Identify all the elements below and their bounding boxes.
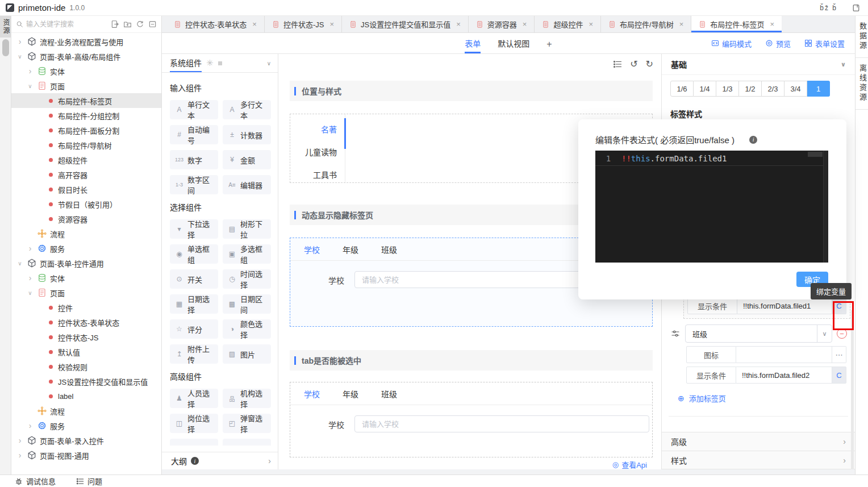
- more-button[interactable]: ⋯: [832, 346, 846, 363]
- manual-book-icon[interactable]: [852, 4, 860, 12]
- outline-footer[interactable]: 大纲 i ›: [162, 452, 278, 469]
- close-icon[interactable]: ×: [679, 20, 684, 28]
- doc-tab[interactable]: JS设置控件提交值和显示值×: [342, 16, 469, 32]
- palette-item[interactable]: ▣多选框组: [223, 244, 271, 264]
- palette-item[interactable]: ▦日期选择: [170, 294, 218, 314]
- tree-item[interactable]: 默认值: [11, 344, 161, 359]
- chevron-down-icon[interactable]: [26, 82, 34, 90]
- tab-class[interactable]: 班级: [381, 388, 397, 399]
- inspector-section-advanced[interactable]: 高级 ›: [662, 432, 855, 451]
- close-icon[interactable]: ×: [329, 20, 334, 28]
- chevron-right-icon[interactable]: [26, 273, 34, 282]
- doc-tab[interactable]: 超级控件×: [535, 16, 601, 32]
- inspector-section-basic[interactable]: 基础 ∨: [662, 54, 855, 75]
- chevron-right-icon[interactable]: [26, 421, 34, 430]
- tab-system-components[interactable]: 系统组件: [170, 54, 202, 72]
- doc-tab-active[interactable]: 布局控件-标签页×: [691, 16, 782, 32]
- tree-item[interactable]: 服务: [11, 418, 161, 433]
- drag-handle-icon[interactable]: [671, 329, 680, 338]
- tab-default-view[interactable]: 默认视图: [498, 33, 529, 53]
- palette-item[interactable]: A单行文本: [170, 100, 218, 119]
- chevron-right-icon[interactable]: [16, 451, 24, 460]
- palette-item[interactable]: ◑颜色选择: [223, 319, 271, 339]
- inspector-scrollbar[interactable]: [851, 310, 854, 474]
- close-icon[interactable]: ×: [252, 20, 257, 28]
- palette-item[interactable]: ⊙开关: [170, 269, 218, 289]
- collapse-all-icon[interactable]: [148, 20, 157, 28]
- doc-tab[interactable]: 布局控件/导航树×: [601, 16, 691, 32]
- palette-item[interactable]: ◉单选框组: [170, 244, 218, 264]
- chevron-right-icon[interactable]: [26, 66, 34, 76]
- add-view-button[interactable]: +: [546, 33, 552, 53]
- tree-item[interactable]: 校验规则: [11, 359, 161, 374]
- add-tab-page-link[interactable]: ⊕ 添加标签页: [678, 393, 855, 403]
- tree-item[interactable]: 页面-表单-控件通用: [11, 256, 161, 270]
- palette-item[interactable]: A多行文本: [223, 100, 271, 119]
- width-option[interactable]: 1/2: [739, 81, 762, 97]
- chevron-right-icon[interactable]: [16, 37, 24, 46]
- palette-item[interactable]: ♟人员选择: [170, 389, 218, 408]
- tree-item[interactable]: 页面: [11, 78, 161, 93]
- chevron-down-icon[interactable]: ∨: [267, 60, 271, 66]
- tree-item[interactable]: 实体: [11, 270, 161, 285]
- tree-item[interactable]: 超级控件: [11, 152, 161, 167]
- width-option[interactable]: 1/3: [716, 81, 739, 97]
- refresh-icon[interactable]: [136, 20, 144, 28]
- resource-rail-tab[interactable]: 资源: [0, 16, 11, 38]
- tree-item[interactable]: 流程: [11, 403, 161, 418]
- tree-item[interactable]: label: [11, 389, 161, 403]
- view-api-link[interactable]: ◎ 查看Api: [290, 458, 653, 469]
- width-option[interactable]: 1/4: [694, 81, 716, 97]
- code-mode-button[interactable]: 编码模式: [711, 38, 752, 49]
- vtab-reference-books[interactable]: 工具书: [290, 163, 345, 186]
- width-option-selected[interactable]: 1: [807, 81, 830, 97]
- palette-item[interactable]: 1-3数字区间: [170, 175, 218, 194]
- tree-item[interactable]: 页面-表单-录入控件: [11, 433, 161, 448]
- inspector-section-style[interactable]: 样式 ›: [662, 451, 855, 469]
- new-folder-icon[interactable]: [123, 20, 132, 28]
- tab-form[interactable]: 表单: [465, 33, 481, 53]
- palette-item[interactable]: 123数字: [170, 150, 218, 169]
- close-icon[interactable]: ×: [456, 20, 461, 28]
- tab-name-select[interactable]: 班级 ∨: [685, 324, 832, 343]
- school-input[interactable]: [354, 415, 649, 432]
- close-icon[interactable]: ×: [523, 20, 527, 28]
- rail-scroll-thumb[interactable]: [2, 39, 9, 56]
- width-option[interactable]: 2/3: [762, 81, 784, 97]
- problems-button[interactable]: 问题: [76, 476, 102, 486]
- display-condition-value[interactable]: !!this.formData.filed2: [736, 367, 832, 384]
- tree-item[interactable]: 节假日（被引用）: [11, 197, 161, 211]
- tree-item[interactable]: 实体: [11, 64, 161, 78]
- display-condition-value[interactable]: !!this.formData.filed1: [737, 297, 832, 314]
- palette-item[interactable]: ▾下拉选择: [170, 219, 218, 239]
- editor-scrollbar[interactable]: [823, 151, 828, 263]
- tree-item[interactable]: 高开容器: [11, 167, 161, 182]
- tree-item[interactable]: 布局控件/导航树: [11, 138, 161, 152]
- palette-item[interactable]: ◷时间选择: [223, 269, 271, 289]
- chevron-right-icon[interactable]: [26, 244, 34, 253]
- form-settings-button[interactable]: 表单设置: [804, 38, 845, 49]
- tree-item[interactable]: 假日时长: [11, 182, 161, 197]
- code-editor[interactable]: 1 !!this.formData.filed1: [595, 151, 828, 263]
- palette-item[interactable]: ◫岗位选择: [170, 414, 218, 433]
- tree-item-selected[interactable]: 布局控件-标签页: [11, 93, 161, 108]
- tab-grade[interactable]: 年级: [343, 244, 358, 255]
- palette-item[interactable]: ¥金额: [223, 150, 271, 169]
- info-icon[interactable]: i: [749, 136, 757, 144]
- search-input[interactable]: [26, 20, 108, 28]
- preview-button[interactable]: 预览: [765, 38, 791, 49]
- width-option[interactable]: 1/6: [670, 81, 694, 97]
- tab-school[interactable]: 学校: [304, 388, 320, 399]
- offline-resource-rail-tab[interactable]: 离线资源: [856, 58, 868, 110]
- icon-value[interactable]: [736, 346, 832, 363]
- tabs-widget[interactable]: 学校 年级 班级 学校: [290, 382, 653, 457]
- tab-grade[interactable]: 年级: [343, 388, 358, 399]
- tree-item[interactable]: JS设置控件提交值和显示值: [11, 374, 161, 389]
- doc-tab[interactable]: 控件状态-JS×: [265, 16, 342, 32]
- tree-item[interactable]: 资源容器: [11, 211, 161, 226]
- palette-item[interactable]: ▩日期区间: [223, 294, 271, 314]
- tree-item[interactable]: 布局控件-面板分割: [11, 123, 161, 138]
- condition-editor-button[interactable]: C: [832, 367, 846, 384]
- chevron-down-icon[interactable]: [26, 289, 34, 297]
- doc-tab[interactable]: 控件状态-表单状态×: [166, 16, 265, 32]
